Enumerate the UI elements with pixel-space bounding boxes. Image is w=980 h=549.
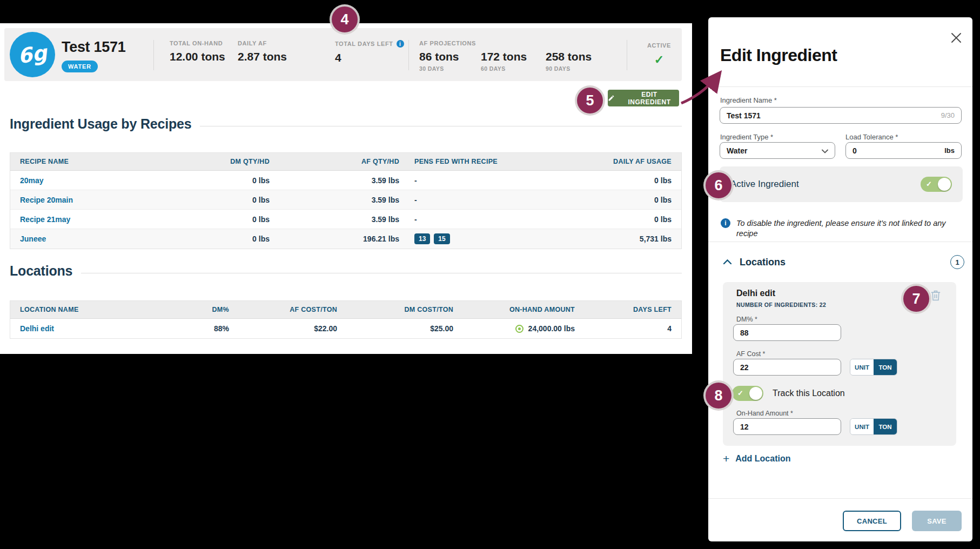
- projection-60: 172 tons 60 DAYS: [481, 50, 546, 72]
- locations-section-heading: Locations: [10, 263, 682, 279]
- pen-badge[interactable]: 15: [434, 233, 449, 244]
- stat-daily-af: DAILY AF 2.87 tons: [238, 40, 287, 63]
- plus-icon: +: [723, 453, 729, 464]
- pen-badge[interactable]: 13: [414, 233, 430, 244]
- disable-info-note: i To disable the ingredient, please ensu…: [721, 218, 961, 239]
- ingredient-detail-window: 6g Test 1571 WATER TOTAL ON-HAND 12.00 t…: [0, 23, 692, 354]
- step-badge-4: 4: [332, 6, 358, 32]
- af-cost-label: AF Cost *: [736, 350, 766, 358]
- ton-segment[interactable]: TON: [874, 359, 897, 375]
- dm-label: DM% *: [736, 316, 757, 323]
- recipes-table-header: RECIPE NAME DM QTY/HD AF QTY/HD PENS FED…: [10, 153, 681, 171]
- tracked-location-icon: [515, 325, 523, 333]
- ton-segment[interactable]: TON: [874, 419, 897, 434]
- ingredient-type-badge: WATER: [62, 61, 98, 72]
- ingredient-summary-band: 6g Test 1571 WATER TOTAL ON-HAND 12.00 t…: [4, 28, 682, 81]
- save-button[interactable]: SAVE: [912, 511, 962, 531]
- recipe-link[interactable]: Juneee: [20, 235, 46, 243]
- close-icon[interactable]: [950, 31, 963, 44]
- stat-total-on-hand: TOTAL ON-HAND 12.00 tons: [170, 40, 225, 63]
- stat-af-projections: AF PROJECTIONS 86 tons 30 DAYS 172 tons …: [419, 40, 610, 72]
- locations-title: Locations: [10, 263, 72, 279]
- track-location-row: ✓ Track this Location: [732, 386, 845, 401]
- chevron-down-icon: [822, 146, 828, 155]
- recipes-section-heading: Ingredient Usage by Recipes: [10, 116, 682, 132]
- table-row: 20may 0 lbs 3.59 lbs - 0 lbs: [10, 171, 681, 190]
- chevron-up-icon: [723, 257, 732, 267]
- recipe-link[interactable]: 20may: [20, 176, 44, 185]
- active-ingredient-label: Active Ingredient: [730, 179, 799, 190]
- locations-count-badge: 1: [950, 255, 964, 269]
- on-hand-field[interactable]: 12: [733, 418, 841, 435]
- projection-90: 258 tons 90 DAYS: [546, 50, 610, 72]
- on-hand-unit-toggle[interactable]: UNIT TON: [850, 418, 897, 435]
- active-status: ACTIVE ✓: [637, 42, 681, 67]
- pencil-icon: [608, 95, 615, 102]
- edit-ingredient-button[interactable]: EDIT INGREDIENT: [608, 90, 679, 106]
- add-location-button[interactable]: + Add Location: [723, 453, 790, 464]
- step-badge-6: 6: [706, 172, 731, 198]
- recipes-title: Ingredient Usage by Recipes: [10, 116, 191, 132]
- ingredient-type-select[interactable]: Water: [720, 142, 835, 159]
- load-tolerance-field[interactable]: 0 lbs: [845, 142, 962, 159]
- locations-accordion-header[interactable]: Locations 1: [708, 253, 972, 271]
- logo-glyph: 6g: [16, 41, 48, 68]
- step-badge-8: 8: [706, 383, 731, 409]
- table-row: Juneee 0 lbs 196.21 lbs 13 15 5,731 lbs: [10, 229, 681, 249]
- table-row: Recipe 21may 0 lbs 3.59 lbs - 0 lbs: [10, 210, 681, 229]
- location-card-subtitle: NUMBER OF INGREDIENTS: 22: [736, 302, 826, 308]
- cancel-button[interactable]: CANCEL: [843, 511, 901, 531]
- divider: [627, 40, 627, 70]
- track-location-label: Track this Location: [773, 389, 845, 398]
- step-badge-7: 7: [903, 286, 929, 312]
- info-icon[interactable]: i: [397, 40, 404, 48]
- info-icon: i: [721, 218, 730, 228]
- af-cost-field[interactable]: 22: [733, 359, 841, 376]
- trash-icon[interactable]: [930, 290, 941, 304]
- ingredient-name-field[interactable]: Test 1571 9/30: [720, 107, 962, 124]
- ingredient-type-label: Ingredient Type *: [720, 133, 773, 141]
- af-cost-unit-toggle[interactable]: UNIT TON: [850, 359, 897, 376]
- on-hand-label: On-Hand Amount *: [736, 410, 793, 417]
- location-card-name: Delhi edit: [736, 289, 775, 298]
- table-row: Delhi edit 88% $22.00 $25.00 24,000.00 l…: [10, 319, 681, 338]
- recipes-table: RECIPE NAME DM QTY/HD AF QTY/HD PENS FED…: [10, 152, 682, 249]
- recipe-link[interactable]: Recipe 21may: [20, 215, 70, 224]
- divider: [408, 40, 409, 70]
- step-badge-5: 5: [577, 88, 603, 113]
- dm-field[interactable]: 88: [733, 324, 841, 341]
- projection-30: 86 tons 30 DAYS: [419, 50, 481, 72]
- unit-segment[interactable]: UNIT: [850, 359, 874, 375]
- char-counter: 9/30: [941, 111, 955, 119]
- divider: [708, 498, 972, 499]
- divider: [153, 40, 154, 70]
- ingredient-name-label: Ingredient Name *: [720, 96, 777, 104]
- unit-suffix: lbs: [944, 146, 955, 155]
- active-ingredient-section: Active Ingredient ✓: [720, 166, 963, 202]
- location-link[interactable]: Delhi edit: [20, 324, 54, 333]
- stat-total-days-left: TOTAL DAYS LEFT i 4: [335, 40, 404, 64]
- load-tolerance-label: Load Tolerance *: [845, 133, 898, 141]
- panel-title: Edit Ingredient: [720, 45, 837, 65]
- recipe-link[interactable]: Recipe 20main: [20, 196, 73, 204]
- divider: [708, 242, 972, 242]
- active-check-icon: ✓: [637, 53, 681, 67]
- locations-table: LOCATION NAME DM% AF COST/TON DM COST/TO…: [10, 300, 682, 339]
- ingredient-title: Test 1571: [62, 39, 125, 56]
- active-ingredient-toggle[interactable]: ✓: [921, 177, 952, 192]
- table-row: Recipe 20main 0 lbs 3.59 lbs - 0 lbs: [10, 190, 681, 210]
- locations-table-header: LOCATION NAME DM% AF COST/TON DM COST/TO…: [10, 301, 681, 319]
- edit-ingredient-panel: Edit Ingredient Ingredient Name * Test 1…: [708, 17, 972, 541]
- heading-rule: [200, 126, 682, 126]
- divider: [708, 86, 972, 87]
- app-logo: 6g: [10, 32, 55, 77]
- heading-rule: [81, 273, 682, 273]
- track-location-toggle[interactable]: ✓: [732, 386, 763, 401]
- unit-segment[interactable]: UNIT: [850, 419, 874, 434]
